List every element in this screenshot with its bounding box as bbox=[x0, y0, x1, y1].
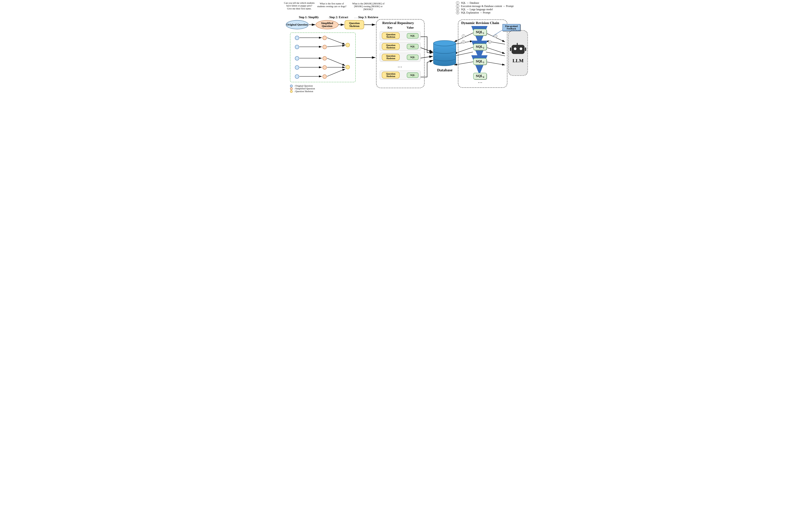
legend-dot-blue bbox=[290, 85, 293, 87]
original-question-node-label: Original Question bbox=[287, 23, 308, 26]
repo-val-header: Value bbox=[407, 26, 414, 29]
sql2-sub: 2 bbox=[483, 47, 484, 49]
circle-number-icon: 3 bbox=[456, 8, 459, 11]
repo-row-key: Question Skeleton bbox=[382, 32, 400, 39]
legend: : Original Question : Simplified Questio… bbox=[290, 84, 315, 93]
repo-key-header: Key bbox=[387, 26, 393, 29]
sql3-label: SQL bbox=[476, 59, 483, 63]
num-circle-3: 3 bbox=[494, 34, 497, 38]
chain-ellipsis: ... bbox=[478, 80, 483, 84]
repo-row-key: Question Skeleton bbox=[382, 72, 400, 79]
repo-row: Question Skeleton SQL bbox=[380, 42, 420, 51]
original-question-node: Original Question bbox=[286, 20, 309, 29]
legend-label-original: : Original Question bbox=[294, 84, 313, 87]
legend-row-skeleton: : Question Skeleton bbox=[290, 90, 315, 93]
repo-row: Question Skeleton SQL bbox=[380, 71, 420, 80]
repo-row: Question Skeleton SQL bbox=[380, 53, 420, 62]
sql2-label: SQL bbox=[476, 45, 483, 49]
coll-skeleton-dot bbox=[346, 65, 350, 69]
coll-original-dot bbox=[295, 65, 299, 70]
step-1-label: Step 1: Simplify bbox=[299, 16, 319, 19]
repo-row-val: SQL bbox=[407, 55, 418, 60]
step-legend-text: SQL Explanation → Prompt bbox=[461, 11, 490, 14]
step-legend-text: SQL → Database bbox=[461, 1, 479, 4]
num-2: 2 bbox=[463, 40, 464, 43]
sql1-sub: 1 bbox=[483, 32, 484, 34]
sql-node-3: SQL3 bbox=[473, 58, 487, 65]
coll-simplified-dot bbox=[322, 75, 327, 79]
step-3-label: Step 3: Retrieve bbox=[358, 16, 378, 19]
original-question-text: Can you tell me which students have kitt… bbox=[284, 2, 315, 10]
sl-n1: 1 bbox=[457, 2, 458, 4]
num-1: 1 bbox=[463, 35, 464, 37]
num-4: 4 bbox=[489, 40, 490, 43]
sl-n4: 4 bbox=[457, 11, 458, 14]
num-3: 3 bbox=[495, 35, 496, 37]
coll-original-dot bbox=[295, 45, 299, 49]
coll-simplified-dot bbox=[322, 45, 327, 49]
repo-row: Question Skeleton SQL bbox=[380, 31, 420, 40]
legend-row-simplified: : Simplified Question bbox=[290, 87, 315, 90]
circle-number-icon: 4 bbox=[456, 11, 459, 14]
sql-node-1: SQL1 bbox=[473, 29, 487, 35]
legend-label-simplified: : Simplified Question bbox=[294, 87, 315, 90]
circle-number-icon: 2 bbox=[456, 4, 459, 8]
coll-original-dot bbox=[295, 36, 299, 40]
sql-node-4: SQL4 bbox=[473, 73, 487, 79]
retrieval-repo-title: Retrieval Repository bbox=[382, 21, 414, 25]
question-skeleton-node-label: Question Skeleton bbox=[345, 22, 364, 28]
step-legend-text: Execution message & Database content → P… bbox=[461, 5, 514, 8]
step-2-label: Step 2: Extract bbox=[329, 16, 348, 19]
robot-icon bbox=[511, 43, 525, 55]
legend-dot-orange bbox=[290, 87, 293, 90]
legend-row-original: : Original Question bbox=[290, 84, 315, 87]
llm-label: LLM bbox=[513, 58, 524, 63]
skeleton-question-text: What is the [MASK] [MASK] of [MASK] owni… bbox=[350, 2, 386, 11]
step-legend-row: 1 SQL → Database bbox=[456, 1, 514, 4]
coll-simplified-dot bbox=[322, 36, 327, 40]
simplified-question-text: What is the first name of students ownin… bbox=[316, 2, 347, 8]
step-legend-row: 3 SQL → Large language model bbox=[456, 8, 514, 11]
coll-simplified-dot bbox=[322, 56, 327, 60]
num-circle-4: 4 bbox=[488, 40, 491, 44]
repo-ellipsis: ... bbox=[398, 64, 403, 68]
dynamic-chain-title: Dynamic Revision Chain bbox=[461, 21, 499, 25]
repo-row-val: SQL bbox=[407, 73, 418, 78]
sql4-label: SQL bbox=[476, 74, 483, 78]
sql4-sub: 4 bbox=[483, 76, 484, 78]
repo-row-key: Question Skeleton bbox=[382, 54, 400, 61]
simplified-question-node-label: Simplified Question bbox=[316, 22, 338, 28]
feedback-callout: Fine-grained Feedback bbox=[502, 24, 520, 31]
sl-n2: 2 bbox=[457, 5, 458, 7]
question-skeleton-node: Question Skeleton bbox=[345, 20, 364, 29]
step-legend-row: 2 Execution message & Database content →… bbox=[456, 4, 514, 8]
diagram-canvas: Can you tell me which students have kitt… bbox=[281, 0, 531, 104]
database-icon bbox=[433, 40, 456, 66]
sql-node-2: SQL2 bbox=[473, 44, 487, 50]
legend-label-skeleton: : Question Skeleton bbox=[294, 90, 313, 93]
repo-row-key: Question Skeleton bbox=[382, 43, 400, 50]
coll-original-dot bbox=[295, 56, 299, 60]
num-circle-1: 1 bbox=[462, 34, 465, 38]
step-legend-row: 4 SQL Explanation → Prompt bbox=[456, 11, 514, 14]
sl-n3: 3 bbox=[457, 8, 458, 11]
simplified-question-node: Simplified Question bbox=[316, 20, 339, 29]
sql1-label: SQL bbox=[476, 30, 483, 34]
legend-dot-yellow bbox=[290, 90, 293, 93]
step-legend-text: SQL → Large language model bbox=[461, 8, 493, 11]
sql3-sub: 3 bbox=[483, 61, 484, 64]
llm-box: LLM bbox=[509, 31, 527, 75]
database-label: Database bbox=[434, 68, 455, 72]
step-legend: 1 SQL → Database 2 Execution message & D… bbox=[456, 1, 514, 14]
repo-row-val: SQL bbox=[407, 44, 418, 49]
coll-simplified-dot bbox=[322, 65, 327, 70]
repo-row-val: SQL bbox=[407, 33, 418, 38]
coll-skeleton-dot bbox=[346, 43, 350, 47]
num-circle-2: 2 bbox=[462, 40, 465, 44]
circle-number-icon: 1 bbox=[456, 1, 459, 4]
coll-original-dot bbox=[295, 75, 299, 79]
